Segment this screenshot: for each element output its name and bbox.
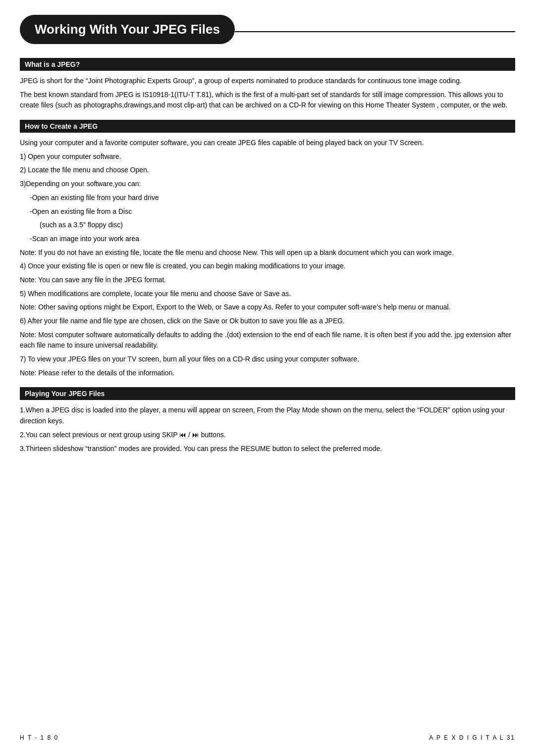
section-header-playing-jpeg: Playing Your JPEG Files <box>20 387 515 400</box>
step-2: 2) Locate the file menu and choose Open. <box>20 165 515 176</box>
footer-right: A P E X D I G I T A L 31 <box>429 734 515 741</box>
page-title: Working With Your JPEG Files <box>35 22 220 37</box>
how-to-create-content: Using your computer and a favorite compu… <box>20 138 515 378</box>
step-3: 3)Depending on your software,you can: <box>20 179 515 190</box>
title-row: Working With Your JPEG Files <box>20 15 515 48</box>
substep-3-indent: (such as a 3.5'' floppy disc) <box>40 220 515 231</box>
section-header-what-is-jpeg: What is a JPEG? <box>20 58 515 71</box>
note-2: Note: You can save any file in the JPEG … <box>20 275 515 286</box>
section-header-how-to-create: How to Create a JPEG <box>20 120 515 133</box>
note-5: Note: Please refer to the details of the… <box>20 368 515 379</box>
note-3: Note: Other saving options might be Expo… <box>20 302 515 313</box>
what-is-jpeg-para2: The best known standard from JPEG is IS1… <box>20 90 515 111</box>
step-4: 4) Once your existing file is open or ne… <box>20 261 515 272</box>
playing-jpeg-content: 1.When a JPEG disc is loaded into the pl… <box>20 405 515 454</box>
substep-3: (such as a 3.5'' floppy disc) <box>40 220 515 231</box>
step-1: 1) Open your computer software. <box>20 151 515 162</box>
note-1: Note: If you do not have an existing fil… <box>20 248 515 258</box>
what-is-jpeg-para1: JPEG is short for the “Joint Photographi… <box>20 76 515 87</box>
step-6: 6) After your file name and file type ar… <box>20 316 515 327</box>
what-is-jpeg-content: JPEG is short for the “Joint Photographi… <box>20 76 515 111</box>
how-to-create-intro: Using your computer and a favorite compu… <box>20 138 515 149</box>
substeps: -Open an existing file from your hard dr… <box>30 193 515 245</box>
substep-4: -Scan an image into your work area <box>30 234 515 245</box>
note-4: Note: Most computer software automatical… <box>20 330 515 351</box>
playing-item-3: 3.Thirteen slideshow “transtion” modes a… <box>20 444 515 454</box>
page-title-box: Working With Your JPEG Files <box>20 15 235 44</box>
step-7: 7) To view your JPEG files on your TV sc… <box>20 354 515 365</box>
playing-item-2: 2.You can select previous or next group … <box>20 430 515 441</box>
step-5: 5) When modifications are complete, loca… <box>20 289 515 300</box>
footer: H T - 1 8 0 A P E X D I G I T A L 31 <box>20 734 515 741</box>
substep-2: -Open an existing file from a Disc <box>30 206 515 217</box>
substep-1: -Open an existing file from your hard dr… <box>30 193 515 203</box>
playing-item-1: 1.When a JPEG disc is loaded into the pl… <box>20 405 515 426</box>
footer-left: H T - 1 8 0 <box>20 734 58 741</box>
title-divider <box>235 31 515 32</box>
